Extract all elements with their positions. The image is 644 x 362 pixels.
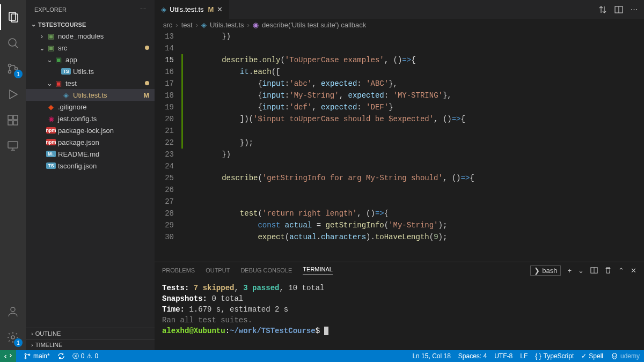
tree-item-utils-ts[interactable]: TSUtils.ts <box>26 65 155 77</box>
panel-tabs: PROBLEMS OUTPUT DEBUG CONSOLE TERMINAL ❯… <box>155 262 644 278</box>
terminal-cursor <box>324 327 328 335</box>
svg-point-4 <box>9 64 11 67</box>
indentation[interactable]: Spaces: 4 <box>458 352 487 360</box>
tree-item-utils-test-ts[interactable]: ◈Utils.test.tsM <box>26 89 155 101</box>
modified-dot <box>145 81 149 85</box>
breadcrumbs[interactable]: src› test› ◈ Utils.test.ts› ◉ describe('… <box>155 19 644 31</box>
errors-warnings[interactable]: ⓧ0 ⚠0 <box>72 352 98 361</box>
svg-point-16 <box>11 336 14 339</box>
chevron-down-icon: ⌄ <box>31 21 36 28</box>
line-number: 25 <box>155 172 184 184</box>
more-icon[interactable]: ⋯ <box>631 5 638 13</box>
source-control-icon[interactable]: 1 <box>0 56 26 82</box>
svg-point-21 <box>25 353 26 355</box>
line-number: 17 <box>155 78 184 90</box>
terminal-output[interactable]: Tests: 7 skipped, 3 passed, 10 total Sna… <box>155 278 644 350</box>
git-branch[interactable]: main* <box>24 352 50 360</box>
tree-item--gitignore[interactable]: ◆.gitignore <box>26 101 155 113</box>
line-number: 27 <box>155 196 184 208</box>
bottom-panel: PROBLEMS OUTPUT DEBUG CONSOLE TERMINAL ❯… <box>155 262 644 350</box>
tree-item-jest-config-ts[interactable]: ◉jest.config.ts <box>26 113 155 124</box>
line-number: 30 <box>155 231 184 243</box>
ts-icon: ◈ <box>201 21 207 29</box>
code-content[interactable]: }) describe.only('ToUpperCase examples',… <box>184 31 644 262</box>
svg-rect-9 <box>8 121 12 125</box>
svg-point-5 <box>9 71 11 73</box>
feedback-icon[interactable]: udemy <box>611 352 640 360</box>
trash-icon[interactable] <box>604 267 612 274</box>
line-number: 28 <box>155 208 184 219</box>
tree-item-package-lock-json[interactable]: npmpackage-lock.json <box>26 124 155 136</box>
split-terminal-icon[interactable] <box>590 267 598 274</box>
encoding[interactable]: UTF-8 <box>494 352 513 360</box>
sync-button[interactable] <box>57 352 65 360</box>
run-debug-icon[interactable] <box>0 82 26 107</box>
git-icon: ◆ <box>46 103 56 111</box>
chevron-down-icon[interactable]: ⌄ <box>578 267 584 275</box>
language-mode[interactable]: { }TypeScript <box>535 352 574 360</box>
svg-rect-11 <box>13 115 18 120</box>
ts-icon: TS <box>61 68 71 75</box>
file-tree: ›▣node_modules⌄▣src⌄▣appTSUtils.ts⌄▣test… <box>26 30 155 328</box>
close-panel-icon[interactable]: ✕ <box>631 267 636 275</box>
tree-item-test[interactable]: ⌄▣test <box>26 77 155 89</box>
more-icon[interactable]: ⋯ <box>140 6 146 13</box>
new-terminal-icon[interactable]: + <box>567 267 572 275</box>
remote-explorer-icon[interactable] <box>0 133 26 159</box>
svg-line-3 <box>15 45 18 48</box>
line-numbers: 131415161718192021222324252627282930 <box>155 31 184 262</box>
outline-section[interactable]: ›OUTLINE <box>26 328 155 339</box>
workspace-header[interactable]: ⌄ TSTESTCOURSE <box>26 19 155 30</box>
compare-icon[interactable] <box>598 5 607 14</box>
remote-indicator[interactable] <box>0 350 16 362</box>
search-icon[interactable] <box>0 30 26 56</box>
account-icon[interactable] <box>0 299 26 324</box>
tree-item-src[interactable]: ⌄▣src <box>26 42 155 54</box>
eol[interactable]: LF <box>520 352 528 360</box>
tree-item-label: README.md <box>58 150 99 158</box>
line-number: 29 <box>155 219 184 231</box>
modified-indicator: M <box>143 91 149 99</box>
tree-item-app[interactable]: ⌄▣app <box>26 54 155 65</box>
tab-output[interactable]: OUTPUT <box>206 267 230 274</box>
scm-badge: 1 <box>14 70 23 78</box>
tree-item-label: package-lock.json <box>58 127 114 135</box>
close-icon[interactable]: ✕ <box>217 5 223 13</box>
folder-app-icon: ▣ <box>54 56 63 64</box>
tab-debug-console[interactable]: DEBUG CONSOLE <box>240 267 292 274</box>
tab-problems[interactable]: PROBLEMS <box>162 267 195 274</box>
editor-body[interactable]: 131415161718192021222324252627282930 }) … <box>155 31 644 262</box>
folder-test-icon: ▣ <box>54 79 63 87</box>
tree-item-package-json[interactable]: npmpackage.json <box>26 136 155 148</box>
chevron-icon: ⌄ <box>45 79 54 87</box>
svg-rect-10 <box>13 121 18 125</box>
tree-item-label: tsconfig.json <box>58 162 97 170</box>
spell-check[interactable]: ✓Spell <box>581 352 603 360</box>
sidebar: EXPLORER ⋯ ⌄ TSTESTCOURSE ›▣node_modules… <box>26 0 155 350</box>
npm-icon: npm <box>46 127 56 134</box>
svg-point-22 <box>25 357 26 359</box>
explorer-icon[interactable] <box>0 4 26 30</box>
cursor-position[interactable]: Ln 15, Col 18 <box>412 352 450 360</box>
tree-item-label: app <box>65 56 77 64</box>
tab-utils-test[interactable]: ◈ Utils.test.ts M ✕ <box>155 0 230 19</box>
tree-item-readme-md[interactable]: M↓README.md <box>26 148 155 160</box>
modified-dot <box>145 46 149 50</box>
extensions-icon[interactable] <box>0 107 26 133</box>
chevron-up-icon[interactable]: ⌃ <box>618 267 624 275</box>
split-editor-icon[interactable] <box>614 5 623 14</box>
timeline-section[interactable]: ›TIMELINE <box>26 339 155 350</box>
activity-bar: 1 1 <box>0 0 26 350</box>
folder-src-icon: ▣ <box>46 44 56 52</box>
svg-marker-7 <box>10 90 17 99</box>
symbol-icon: ◉ <box>253 21 259 29</box>
line-number: 15 <box>155 54 184 66</box>
tab-terminal[interactable]: TERMINAL <box>303 266 333 275</box>
line-number: 26 <box>155 184 184 196</box>
tree-item-tsconfig-json[interactable]: TStsconfig.json <box>26 160 155 172</box>
settings-icon[interactable]: 1 <box>0 324 26 350</box>
terminal-profile[interactable]: ❯bash <box>530 265 561 276</box>
tree-item-label: package.json <box>58 138 99 146</box>
tree-item-node_modules[interactable]: ›▣node_modules <box>26 30 155 42</box>
line-number: 19 <box>155 101 184 113</box>
